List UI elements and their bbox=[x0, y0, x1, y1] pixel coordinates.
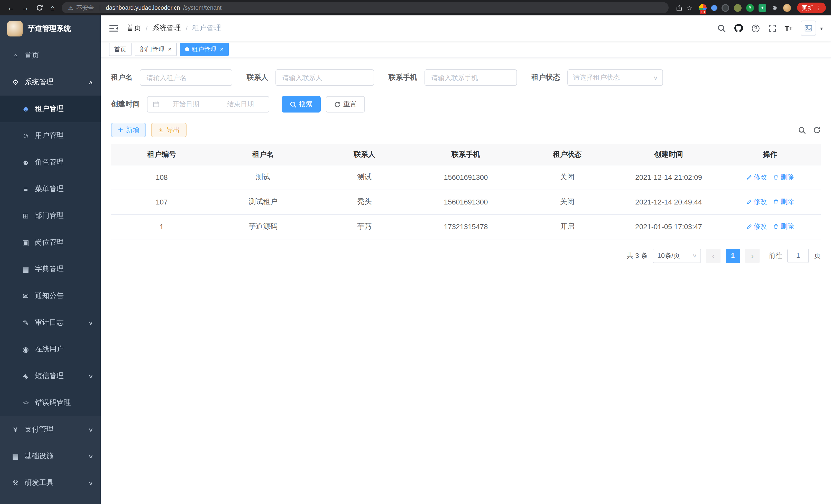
download-icon bbox=[158, 127, 164, 133]
update-label: 更新 bbox=[802, 4, 813, 11]
app: 芋道管理系统 ⌂首页⚙系统管理∧☻租户管理☺用户管理☻角色管理≡菜单管理⊞部门管… bbox=[0, 16, 831, 504]
tenant-status-select[interactable]: 请选择租户状态 ∨ bbox=[567, 69, 663, 86]
cell-id: 1 bbox=[111, 214, 212, 239]
sidebar-toggle[interactable] bbox=[109, 24, 118, 32]
export-button[interactable]: 导出 bbox=[151, 123, 186, 137]
refresh-list-button[interactable] bbox=[813, 126, 821, 134]
page-size-select[interactable]: 10条/页 ∨ bbox=[653, 248, 701, 263]
sidebar-item-dept[interactable]: ⊞部门管理 bbox=[0, 202, 101, 229]
logo-title: 芋道管理系统 bbox=[28, 24, 71, 33]
user-avatar[interactable] bbox=[801, 21, 816, 36]
delete-link[interactable]: 删除 bbox=[773, 173, 794, 182]
book-icon: ▤ bbox=[22, 265, 30, 273]
back-button[interactable]: ← bbox=[7, 4, 15, 12]
chevron-down-icon: ∨ bbox=[653, 75, 658, 80]
url-path: /system/tenant bbox=[183, 5, 222, 11]
sidebar-item-dict[interactable]: ▤字典管理 bbox=[0, 256, 101, 283]
page-number-button[interactable]: 1 bbox=[726, 248, 740, 263]
home-button[interactable]: ⌂ bbox=[50, 4, 55, 12]
sidebar-item-label: 首页 bbox=[25, 51, 39, 60]
extension-icon-blue[interactable] bbox=[710, 4, 718, 11]
edit-link[interactable]: 修改 bbox=[746, 222, 767, 231]
cell-contact: 芋艿 bbox=[314, 214, 415, 239]
active-tab-dot bbox=[185, 47, 189, 51]
view-tab[interactable]: 租户管理× bbox=[180, 42, 229, 56]
next-page-button[interactable]: › bbox=[745, 248, 760, 263]
sidebar-item-menu[interactable]: ≡菜单管理 bbox=[0, 176, 101, 202]
sidebar-item-post[interactable]: ▣岗位管理 bbox=[0, 229, 101, 256]
create-time-range[interactable]: 开始日期 - 结束日期 bbox=[147, 96, 269, 113]
search-button[interactable]: 搜索 bbox=[282, 96, 321, 113]
toggle-search-button[interactable] bbox=[798, 126, 806, 134]
forward-button[interactable]: → bbox=[22, 4, 29, 12]
extension-icon-dark[interactable] bbox=[721, 4, 729, 11]
edit-link[interactable]: 修改 bbox=[746, 197, 767, 207]
sidebar-item-online-user[interactable]: ◉在线用户 bbox=[0, 336, 101, 363]
search-icon[interactable] bbox=[718, 24, 726, 32]
browser-menu-icon[interactable]: ⋮ bbox=[815, 4, 821, 11]
sidebar-item-dev-tools[interactable]: ⚒研发工具∨ bbox=[0, 470, 101, 496]
add-button[interactable]: 新增 bbox=[111, 123, 146, 137]
cell-phone: 15601691300 bbox=[415, 165, 517, 189]
reset-button[interactable]: 重置 bbox=[326, 96, 365, 113]
update-button[interactable]: 更新 ⋮ bbox=[797, 3, 826, 13]
share-icon[interactable] bbox=[676, 4, 683, 11]
edit-link-label: 修改 bbox=[754, 173, 767, 182]
help-icon[interactable] bbox=[751, 24, 760, 33]
column-header: 联系手机 bbox=[415, 144, 517, 165]
column-header: 租户名 bbox=[212, 144, 314, 165]
filter-phone: 联系手机 bbox=[389, 69, 517, 86]
gear-icon: ⚙ bbox=[11, 78, 20, 86]
sidebar-item-home[interactable]: ⌂首页 bbox=[0, 42, 101, 69]
breadcrumb-item[interactable]: 系统管理 bbox=[152, 24, 181, 33]
cell-actions: 修改删除 bbox=[719, 165, 821, 189]
avatar-caret-icon[interactable]: ▾ bbox=[820, 25, 823, 31]
extension-icon-colorwheel[interactable]: 10 bbox=[699, 4, 707, 11]
sidebar-item-system[interactable]: ⚙系统管理∧ bbox=[0, 69, 101, 95]
pagination: 共 3 条 10条/页 ∨ ‹ 1 › 前往 页 bbox=[111, 248, 821, 263]
phone-input[interactable] bbox=[425, 69, 517, 86]
breadcrumb-item[interactable]: 首页 bbox=[127, 24, 141, 33]
extension-icon-olive[interactable] bbox=[734, 4, 742, 11]
sidebar-item-role[interactable]: ☻角色管理 bbox=[0, 149, 101, 176]
tree-icon: ⊞ bbox=[22, 212, 30, 220]
prev-page-button[interactable]: ‹ bbox=[706, 248, 720, 263]
sidebar-item-audit-log[interactable]: ✎审计日志∨ bbox=[0, 309, 101, 336]
view-tab[interactable]: 首页 bbox=[109, 42, 132, 56]
sidebar-item-sms[interactable]: ◈短信管理∨ bbox=[0, 363, 101, 389]
extensions-puzzle-icon[interactable] bbox=[771, 4, 779, 11]
delete-link[interactable]: 删除 bbox=[773, 222, 794, 231]
goto-page-input[interactable] bbox=[787, 248, 809, 263]
extension-icon-green-y[interactable]: Y bbox=[746, 4, 754, 11]
sidebar-item-label: 系统管理 bbox=[25, 78, 53, 87]
browser-profile-avatar[interactable] bbox=[783, 4, 791, 11]
close-icon[interactable]: × bbox=[220, 46, 224, 53]
close-icon[interactable]: × bbox=[168, 46, 172, 53]
log-icon: ✎ bbox=[22, 319, 30, 327]
sidebar-item-error-code[interactable]: </>错误码管理 bbox=[0, 389, 101, 416]
delete-link[interactable]: 删除 bbox=[773, 197, 794, 207]
sidebar-item-tenant[interactable]: ☻租户管理 bbox=[0, 95, 101, 122]
cell-contact: 秃头 bbox=[314, 189, 415, 214]
sidebar-item-label: 通知公告 bbox=[35, 291, 64, 301]
cell-created: 2021-12-14 21:02:09 bbox=[618, 165, 719, 189]
address-bar[interactable]: ⚠ 不安全 dashboard.yudao.iocoder.cn/system/… bbox=[62, 2, 669, 13]
github-icon[interactable] bbox=[734, 24, 743, 33]
main-area: 首页/系统管理/租户管理 TT ▾ 首页部门管理×租户管理× 租户名 bbox=[101, 16, 831, 504]
edit-link[interactable]: 修改 bbox=[746, 173, 767, 182]
breadcrumb-separator: / bbox=[186, 24, 188, 32]
view-tab[interactable]: 部门管理× bbox=[135, 42, 177, 56]
contact-input[interactable] bbox=[276, 69, 374, 86]
edit-link-label: 修改 bbox=[754, 197, 767, 207]
font-size-icon[interactable]: TT bbox=[784, 24, 793, 33]
bookmark-star-icon[interactable]: ☆ bbox=[687, 4, 693, 11]
reload-button[interactable] bbox=[36, 4, 43, 11]
extension-icon-green-square[interactable]: ✦ bbox=[758, 4, 766, 11]
tenant-name-input[interactable] bbox=[140, 69, 232, 86]
fullscreen-icon[interactable] bbox=[768, 24, 776, 32]
sidebar-item-user[interactable]: ☺用户管理 bbox=[0, 122, 101, 149]
tab-label: 首页 bbox=[114, 45, 126, 54]
sidebar-item-pay[interactable]: ¥支付管理∨ bbox=[0, 416, 101, 443]
sidebar-item-notice[interactable]: ✉通知公告 bbox=[0, 283, 101, 309]
sidebar-item-infra[interactable]: ▦基础设施∨ bbox=[0, 443, 101, 470]
